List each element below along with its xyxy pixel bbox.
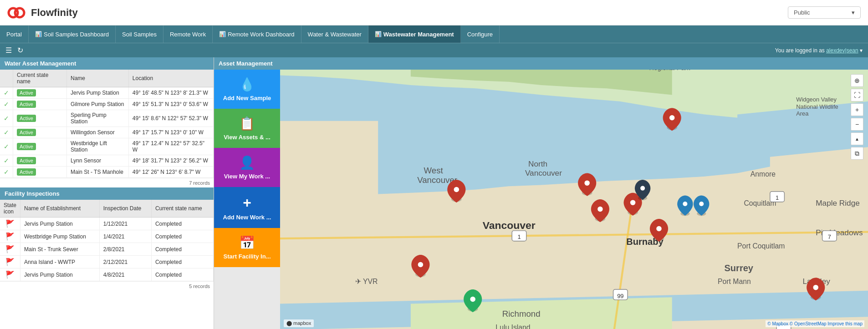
facility-table-row[interactable]: 🚩 Main St - Trunk Sewer 2/8/2021 Complet… (0, 243, 214, 256)
facility-row-state: Completed (151, 218, 213, 230)
svg-point-26 (584, 180, 589, 185)
openstreetmap-attribution-link[interactable]: © OpenStreetMap (790, 321, 827, 326)
water-row-location: 49° 16' 48.5" N 123° 8' 21.3" W (128, 87, 213, 99)
water-row-name: Gilmore Pump Station (66, 99, 128, 110)
nav-item-wastewater-management[interactable]: 📊 Wastewater Management (368, 25, 461, 43)
map-locate-button[interactable]: ⊕ (851, 74, 863, 87)
water-table-row[interactable]: ✓ Active Lynn Sensor 49° 18' 31.7" N 123… (0, 155, 214, 167)
water-row-name: Westbridge Lift Station (66, 138, 128, 155)
mapbox-logo-text: ⬤ mapbox (286, 320, 311, 326)
water-row-check: ✓ (0, 167, 13, 178)
refresh-icon[interactable]: ↻ (17, 46, 23, 55)
map-layers-button[interactable]: ⧉ (851, 147, 863, 160)
map-north-button[interactable]: ▲ (851, 132, 863, 145)
nav-label-remote-work: Remote Work (170, 31, 206, 38)
calendar-icon: 📅 (239, 235, 255, 250)
facility-col-icon: State icon (0, 200, 20, 218)
facility-row-name: Jervis Pump Station (20, 268, 100, 281)
map-zoom-in-button[interactable]: + (851, 103, 863, 116)
nav-item-water-wastewater[interactable]: Water & Wastewater (301, 25, 368, 43)
water-row-name: Jervis Pump Station (66, 87, 128, 99)
water-row-check: ✓ (0, 99, 13, 110)
status-right: You are logged in as alexdev|sean ▾ (775, 47, 863, 54)
facility-table-row[interactable]: 🚩 Jervis Pump Station 1/12/2021 Complete… (0, 218, 214, 230)
svg-text:1: 1 (776, 194, 779, 201)
facility-row-date: 1/12/2021 (99, 218, 151, 230)
map-label-yvr: ✈ YVR (355, 278, 378, 285)
hamburger-icon[interactable]: ☰ (5, 46, 12, 55)
map-fullscreen-button[interactable]: ⛶ (851, 89, 863, 101)
facility-row-icon: 🚩 (0, 230, 20, 243)
svg-point-28 (630, 200, 635, 205)
nav-item-remote-work[interactable]: Remote Work (163, 25, 213, 43)
nav-label-remote-work-dashboard: Remote Work Dashboard (228, 31, 294, 38)
map-container[interactable]: Vancouver Burnaby Surrey Richmond West V… (280, 70, 868, 329)
add-new-work-label: Add New Work ... (223, 214, 271, 221)
nav-label-portal: Portal (6, 31, 22, 38)
water-table-row[interactable]: ✓ Active Sperling Pump Station 49° 15' 8… (0, 110, 214, 127)
svg-text:Regional Park: Regional Park (649, 70, 690, 71)
water-col-check (0, 70, 13, 87)
add-new-sample-button[interactable]: 💧 Add New Sample (214, 70, 280, 109)
water-row-check: ✓ (0, 87, 13, 99)
nav-item-soil-samples[interactable]: Soil Samples (116, 25, 163, 43)
view-assets-button[interactable]: 📋 View Assets & ... (214, 109, 280, 148)
water-row-check: ✓ (0, 127, 13, 138)
water-table-row[interactable]: ✓ Active Main St - TS Manhole 49° 12' 26… (0, 167, 214, 178)
water-row-state: Active (13, 155, 67, 167)
map-label-widgeon: Widgeon Valley (796, 96, 837, 103)
water-row-location: 49° 17' 12.4" N 122° 57' 32.5" W (128, 138, 213, 155)
water-table-row[interactable]: ✓ Active Gilmore Pump Station 49° 15' 51… (0, 99, 214, 110)
add-new-work-button[interactable]: + Add New Work ... (214, 187, 280, 228)
map-label-surrey: Surrey (724, 263, 753, 273)
start-facility-button[interactable]: 📅 Start Facility In... (214, 228, 280, 267)
water-row-location: 49° 12' 26" N 123° 6' 8.7" W (128, 167, 213, 178)
map-label-vancouver: Vancouver (483, 219, 536, 231)
map-label-port-moody: Port Mann (718, 278, 751, 285)
nav-item-soil-samples-dashboard[interactable]: 📊 Soil Samples Dashboard (29, 25, 116, 43)
logo-text: Flowfinity (31, 7, 78, 19)
facility-col-name: Name of Establishment (20, 200, 100, 218)
facility-row-name: Anna Island - WWTP (20, 256, 100, 268)
water-row-name: Sperling Pump Station (66, 110, 128, 127)
facility-row-icon: 🚩 (0, 256, 20, 268)
water-col-name: Name (66, 70, 128, 87)
username-link[interactable]: alexdev|sean (826, 47, 858, 54)
public-dropdown-label: Public (794, 9, 810, 16)
nav-item-remote-work-dashboard[interactable]: 📊 Remote Work Dashboard (213, 25, 301, 43)
nav-item-portal[interactable]: Portal (0, 25, 29, 43)
asset-content: 💧 Add New Sample 📋 View Assets & ... 👤 V… (214, 70, 868, 329)
water-table-row[interactable]: ✓ Active Jervis Pump Station 49° 16' 48.… (0, 87, 214, 99)
water-asset-table: Current state name Name Location ✓ Activ… (0, 70, 214, 178)
facility-row-state: Completed (151, 230, 213, 243)
nav-item-configure[interactable]: Configure (461, 25, 500, 43)
facility-table-row[interactable]: 🚩 Jervis Pump Station 4/8/2021 Completed (0, 268, 214, 281)
facility-row-name: Westbridge Pump Station (20, 230, 100, 243)
water-row-name: Willingdon Sensor (66, 127, 128, 138)
asset-management-header: Asset Management (214, 57, 868, 70)
view-my-work-button[interactable]: 👤 View My Work ... (214, 148, 280, 187)
status-bar: ☰ ↻ You are logged in as alexdev|sean ▾ (0, 43, 868, 57)
facility-table-row[interactable]: 🚩 Westbridge Pump Station 1/4/2021 Compl… (0, 230, 214, 243)
map-label-west-vancouver: West (424, 166, 444, 175)
map-label-north-vancouver: North (528, 159, 547, 168)
facility-row-state: Completed (151, 256, 213, 268)
facility-row-icon: 🚩 (0, 243, 20, 256)
improve-map-link[interactable]: Improve this map (827, 321, 863, 326)
water-table-row[interactable]: ✓ Active Willingdon Sensor 49° 17' 15.7"… (0, 127, 214, 138)
map-zoom-out-button[interactable]: − (851, 118, 863, 131)
svg-point-1 (15, 8, 24, 17)
water-table-row[interactable]: ✓ Active Westbridge Lift Station 49° 17'… (0, 138, 214, 155)
logo-area: Flowfinity (7, 5, 78, 20)
dropdown-arrow-icon[interactable]: ▾ (860, 47, 863, 54)
map-label-lulu: Lulu Island (495, 324, 530, 329)
public-dropdown[interactable]: Public ▾ (788, 6, 861, 19)
mapbox-attribution-link[interactable]: © Mapbox (767, 321, 788, 326)
facility-row-icon: 🚩 (0, 268, 20, 281)
water-drop-icon: 💧 (239, 77, 255, 92)
water-row-name: Main St - TS Manhole (66, 167, 128, 178)
facility-table-row[interactable]: 🚩 Anna Island - WWTP 2/12/2021 Completed (0, 256, 214, 268)
water-row-name: Lynn Sensor (66, 155, 128, 167)
facility-records-count: 5 records (0, 281, 214, 291)
facility-row-date: 4/8/2021 (99, 268, 151, 281)
